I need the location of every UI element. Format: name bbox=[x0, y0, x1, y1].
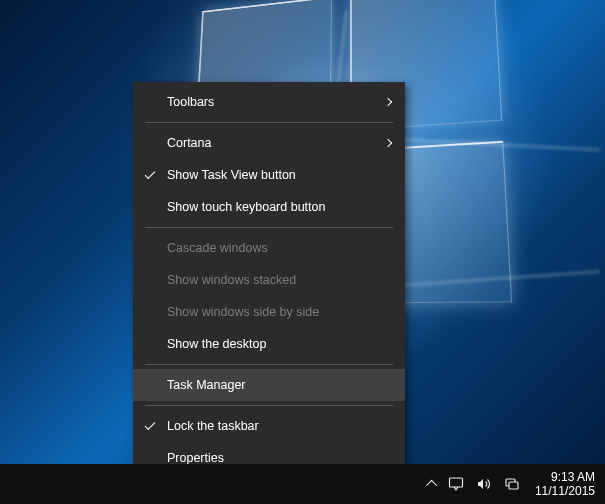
svg-rect-2 bbox=[509, 482, 518, 489]
menu-item-label: Task Manager bbox=[167, 378, 391, 392]
menu-item-label: Cascade windows bbox=[167, 241, 391, 255]
menu-item-show-task-view[interactable]: Show Task View button bbox=[133, 159, 405, 191]
clock-time: 9:13 AM bbox=[535, 470, 595, 484]
chevron-right-icon bbox=[384, 98, 392, 106]
menu-item-lock-the-taskbar[interactable]: Lock the taskbar bbox=[133, 410, 405, 442]
menu-separator bbox=[145, 227, 393, 228]
taskbar-context-menu: Toolbars Cortana Show Task View button S… bbox=[133, 82, 405, 478]
menu-item-cortana[interactable]: Cortana bbox=[133, 127, 405, 159]
menu-item-label: Lock the taskbar bbox=[167, 419, 391, 433]
check-icon bbox=[145, 168, 156, 179]
menu-separator bbox=[145, 122, 393, 123]
svg-rect-0 bbox=[449, 478, 462, 487]
menu-item-show-touch-keyboard[interactable]: Show touch keyboard button bbox=[133, 191, 405, 223]
menu-item-label: Toolbars bbox=[167, 95, 385, 109]
menu-separator bbox=[145, 405, 393, 406]
menu-item-label: Properties bbox=[167, 451, 391, 465]
menu-item-label: Cortana bbox=[167, 136, 385, 150]
menu-item-toolbars[interactable]: Toolbars bbox=[133, 86, 405, 118]
menu-item-show-the-desktop[interactable]: Show the desktop bbox=[133, 328, 405, 360]
menu-item-label: Show touch keyboard button bbox=[167, 200, 391, 214]
action-center-icon[interactable] bbox=[447, 475, 465, 493]
menu-separator bbox=[145, 364, 393, 365]
menu-item-show-windows-stacked: Show windows stacked bbox=[133, 264, 405, 296]
network-icon[interactable] bbox=[503, 475, 521, 493]
menu-item-show-windows-side-by-side: Show windows side by side bbox=[133, 296, 405, 328]
clock-date: 11/11/2015 bbox=[535, 484, 595, 498]
volume-icon[interactable] bbox=[475, 475, 493, 493]
chevron-right-icon bbox=[384, 139, 392, 147]
taskbar-clock[interactable]: 9:13 AM 11/11/2015 bbox=[531, 470, 595, 499]
menu-item-label: Show Task View button bbox=[167, 168, 391, 182]
tray-overflow-chevron-icon[interactable] bbox=[426, 480, 437, 491]
menu-item-label: Show the desktop bbox=[167, 337, 391, 351]
menu-item-label: Show windows side by side bbox=[167, 305, 391, 319]
check-icon bbox=[145, 419, 156, 430]
menu-item-cascade-windows: Cascade windows bbox=[133, 232, 405, 264]
taskbar[interactable]: 9:13 AM 11/11/2015 bbox=[0, 464, 605, 504]
menu-item-task-manager[interactable]: Task Manager bbox=[133, 369, 405, 401]
menu-item-label: Show windows stacked bbox=[167, 273, 391, 287]
